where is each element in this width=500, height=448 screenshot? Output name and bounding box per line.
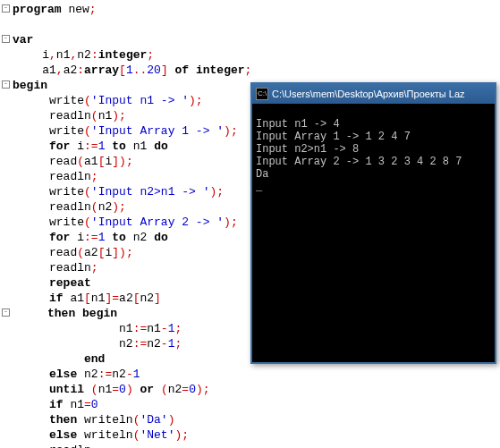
kw-program: program <box>13 3 62 16</box>
console-title: C:\Users\mem\Desktop\Архив\Проекты Laz <box>272 89 465 99</box>
console-icon: C:\ <box>256 88 268 100</box>
console-line: Input n1 -> 4 <box>256 118 340 131</box>
console-cursor: _ <box>256 181 262 193</box>
kw-begin: begin <box>13 79 47 92</box>
console-window[interactable]: C:\ C:\Users\mem\Desktop\Архив\Проекты L… <box>250 82 496 364</box>
console-line: Input Array 1 -> 1 2 4 7 <box>256 131 411 143</box>
console-line: Input Array 2 -> 1 3 2 3 4 2 8 7 <box>256 156 462 168</box>
fold-icon[interactable]: - <box>2 4 10 13</box>
fold-icon[interactable]: - <box>2 80 10 89</box>
console-line: Input n2>n1 -> 8 <box>256 143 359 156</box>
fold-icon[interactable]: - <box>2 35 10 43</box>
fold-icon[interactable]: - <box>2 309 10 317</box>
console-titlebar[interactable]: C:\ C:\Users\mem\Desktop\Архив\Проекты L… <box>252 84 495 104</box>
console-output: Input n1 -> 4 Input Array 1 -> 1 2 4 7 I… <box>252 104 495 195</box>
console-line: Da <box>256 168 268 181</box>
kw-var: var <box>13 33 33 46</box>
